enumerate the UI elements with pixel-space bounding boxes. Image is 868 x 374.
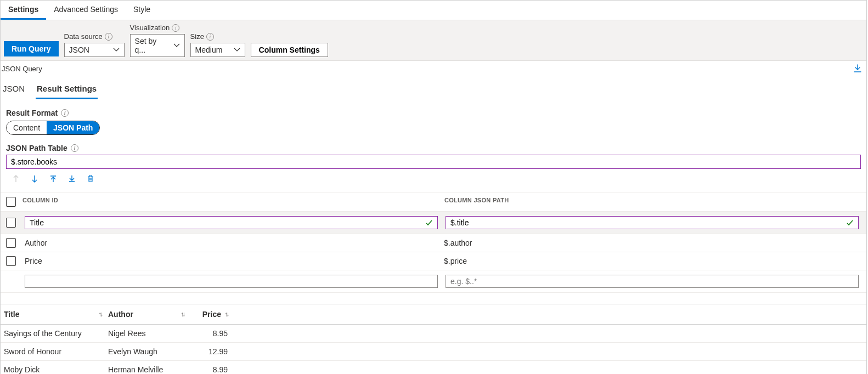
column-path-input[interactable] [446, 216, 859, 229]
move-down-icon[interactable] [30, 174, 39, 183]
visualization-value: Set by q... [135, 37, 169, 54]
results-header-title[interactable]: Title↑↓ [1, 304, 105, 325]
column-row[interactable]: Author $.author [1, 234, 866, 252]
results-header-price[interactable]: Price↑↓ [187, 304, 231, 325]
subtab-json[interactable]: JSON [2, 84, 26, 99]
result-format-toggle[interactable]: Content JSON Path [6, 121, 100, 135]
cell-title: Moby Dick [1, 361, 105, 375]
new-column-path-input[interactable] [446, 275, 859, 288]
column-path-cell: $.author [442, 237, 861, 248]
datasource-select[interactable]: JSON [64, 43, 125, 57]
cell-author: Evelyn Waugh [105, 343, 187, 361]
tab-style[interactable]: Style [126, 1, 158, 20]
pill-content[interactable]: Content [7, 121, 47, 134]
row-checkbox[interactable] [6, 218, 16, 228]
column-id-header: COLUMN ID [22, 197, 444, 207]
result-format-label: Result Format [6, 109, 58, 117]
new-column-id-input[interactable] [25, 275, 438, 288]
column-row[interactable]: Price $.price [1, 252, 866, 270]
results-row: Sayings of the Century Nigel Rees 8.95 [1, 325, 866, 343]
row-checkbox[interactable] [6, 256, 16, 266]
run-query-button[interactable]: Run Query [4, 41, 59, 56]
cell-author: Nigel Rees [105, 325, 187, 343]
cell-title: Sayings of the Century [1, 325, 105, 343]
visualization-group: Visualization i Set by q... [130, 24, 185, 57]
tab-settings[interactable]: Settings [1, 1, 46, 20]
columns-grid-header: COLUMN ID COLUMN JSON PATH [1, 192, 866, 212]
json-query-label: JSON Query [2, 65, 42, 73]
datasource-label: Data source [64, 32, 103, 41]
check-icon [846, 219, 854, 226]
subtab-result-settings[interactable]: Result Settings [36, 84, 98, 99]
pill-json-path[interactable]: JSON Path [47, 121, 99, 134]
json-path-table-label: JSON Path Table [6, 144, 67, 152]
cell-author: Herman Melville [105, 361, 187, 375]
results-table: Title↑↓ Author↑↓ Price↑↓ Sayings of the … [1, 304, 866, 374]
delete-icon[interactable] [86, 174, 95, 183]
datasource-group: Data source i JSON [64, 32, 125, 57]
info-icon[interactable]: i [206, 33, 214, 41]
column-row-new[interactable] [1, 270, 866, 293]
results-row: Sword of Honour Evelyn Waugh 12.99 [1, 343, 866, 361]
chevron-down-icon [234, 47, 240, 53]
column-settings-group: Column Settings [251, 32, 328, 57]
size-select[interactable]: Medium [190, 43, 245, 57]
move-top-icon[interactable] [49, 174, 58, 183]
column-settings-button[interactable]: Column Settings [251, 43, 328, 57]
move-bottom-icon[interactable] [67, 174, 76, 183]
row-checkbox[interactable] [6, 238, 16, 248]
download-icon[interactable] [853, 64, 862, 73]
cell-title: Sword of Honour [1, 343, 105, 361]
sort-icon: ↑↓ [98, 310, 102, 318]
settings-panel: Settings Advanced Settings Style Run Que… [0, 0, 867, 374]
info-icon[interactable]: i [172, 24, 179, 32]
column-path-header: COLUMN JSON PATH [444, 197, 861, 207]
column-id-input[interactable] [25, 216, 438, 229]
cell-price: 8.95 [187, 325, 231, 343]
info-icon[interactable]: i [71, 144, 78, 152]
result-subtabs: JSON Result Settings [1, 76, 866, 100]
toolbar: Run Query Data source i JSON Visualizati… [1, 20, 866, 61]
check-icon [425, 219, 433, 226]
json-path-table-input[interactable] [6, 155, 861, 169]
info-icon[interactable]: i [61, 109, 69, 117]
column-row[interactable] [1, 212, 866, 234]
column-id-cell: Author [22, 237, 442, 248]
move-up-icon [12, 174, 20, 183]
select-all-checkbox[interactable] [6, 197, 16, 207]
size-value: Medium [195, 46, 223, 54]
results-row: Moby Dick Herman Melville 8.99 [1, 361, 866, 375]
sort-icon: ↑↓ [224, 310, 228, 318]
column-actions [6, 169, 861, 189]
sort-icon: ↑↓ [181, 310, 184, 318]
info-icon[interactable]: i [105, 33, 112, 41]
column-id-cell: Price [22, 256, 442, 267]
size-label: Size [190, 32, 204, 41]
visualization-select[interactable]: Set by q... [130, 34, 185, 57]
visualization-label: Visualization [130, 24, 170, 32]
chevron-down-icon [173, 42, 180, 49]
cell-price: 12.99 [187, 343, 231, 361]
cell-price: 8.99 [187, 361, 231, 375]
chevron-down-icon [113, 47, 120, 53]
column-path-cell: $.price [442, 256, 861, 267]
size-group: Size i Medium [190, 32, 245, 57]
tab-advanced-settings[interactable]: Advanced Settings [46, 1, 126, 20]
top-tabs: Settings Advanced Settings Style [1, 1, 866, 20]
datasource-value: JSON [69, 46, 89, 54]
results-header-author[interactable]: Author↑↓ [105, 304, 187, 325]
